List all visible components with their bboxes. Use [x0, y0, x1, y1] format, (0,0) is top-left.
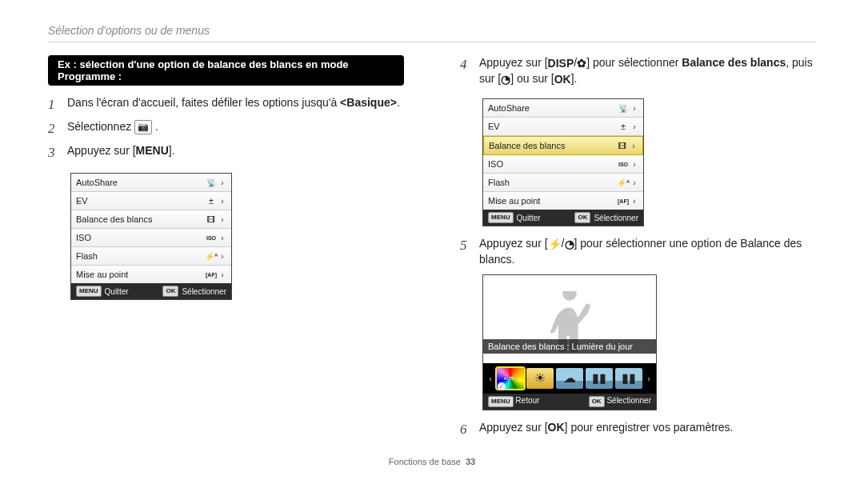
chevron-right-icon: ›: [218, 215, 226, 224]
chevron-right-icon: ›: [218, 270, 226, 279]
footer-back-hint: MENU Retour: [488, 396, 539, 407]
white-balance-icon: 🎞: [615, 142, 630, 150]
two-column-layout: Ex : sélection d'une option de balance d…: [48, 55, 816, 444]
footer-select-hint: OK Sélectionner: [589, 396, 651, 407]
self-timer-icon: ◔: [501, 72, 510, 88]
text: Sélectionnez: [67, 120, 134, 133]
step-4: 4 Appuyez sur [DISP/✿] pour sélectionner…: [460, 55, 816, 87]
menu-item-iso: ISO ISO ›: [71, 229, 231, 247]
preview-area: Balance des blancs : Lumière du jour: [483, 275, 656, 363]
page-footer: Fonctions de base 33: [48, 457, 816, 466]
menu-item-ev: EV ± ›: [71, 192, 231, 210]
ok-key-token: OK: [574, 212, 590, 223]
mode-photo-icon: 📷: [134, 120, 152, 134]
step-text: Appuyez sur [MENU].: [67, 143, 404, 159]
wifi-icon: 📡: [616, 104, 630, 113]
menu-item-label: Balance des blancs: [76, 214, 204, 224]
step-text: Appuyez sur [DISP/✿] pour sélectionner B…: [479, 55, 816, 87]
footer-select-label: Sélectionner: [606, 396, 651, 405]
menu-key-label: MENU: [136, 143, 169, 159]
text: Appuyez sur [: [479, 237, 548, 250]
text: .: [397, 96, 400, 109]
menu-item-label: ISO: [76, 233, 204, 242]
page-title: Sélection d'options ou de menus: [48, 24, 816, 42]
step-5: 5 Appuyez sur [⚡/◔] pour sélectionner un…: [460, 236, 816, 268]
chevron-right-icon: ›: [630, 104, 638, 113]
example-title: Ex : sélection d'une option de balance d…: [48, 55, 404, 86]
ok-key-token: OK: [589, 396, 605, 407]
footer-quit-hint: MENU Quitter: [488, 212, 541, 223]
step-text: Appuyez sur [⚡/◔] pour sélectionner une …: [479, 236, 816, 268]
af-icon: [AF]: [616, 198, 630, 204]
menu-item-autoshare: AutoShare 📡 ›: [483, 99, 643, 118]
chevron-right-icon: ›: [645, 374, 653, 383]
step-3: 3 Appuyez sur [MENU].: [48, 143, 404, 162]
chevron-right-icon: ›: [218, 234, 226, 242]
step-number: 6: [460, 420, 473, 439]
chevron-right-icon: ›: [630, 178, 638, 187]
menu-item-label: EV: [488, 122, 616, 131]
text: ].: [169, 144, 175, 157]
step-number: 1: [48, 95, 61, 114]
text: Appuyez sur [: [67, 144, 136, 157]
text: Appuyez sur [: [479, 421, 548, 434]
step-text: Appuyez sur [OK] pour enregistrer vos pa…: [479, 420, 816, 436]
af-icon: [AF]: [204, 272, 218, 278]
wb-option-daylight: ☀: [526, 368, 554, 389]
step-text: Dans l'écran d'accueil, faites défiler l…: [67, 95, 404, 111]
step-text: Sélectionnez 📷 .: [67, 119, 404, 135]
disp-key-label: DISP: [548, 56, 574, 72]
menu-item-focus: Mise au point [AF] ›: [483, 192, 643, 210]
step-number: 3: [48, 143, 61, 162]
menu-item-label: AutoShare: [488, 103, 616, 113]
wb-option-fluorescent-1: ▮▮: [586, 368, 613, 389]
text: Dans l'écran d'accueil, faites défiler l…: [67, 96, 340, 109]
menu-item-label: Mise au point: [488, 196, 616, 206]
chevron-right-icon: ›: [630, 197, 638, 206]
menu-item-label: Flash: [488, 178, 616, 187]
viewer-footer-bar: MENU Retour OK Sélectionner: [483, 394, 656, 410]
text: ] pour enregistrer vos paramètres.: [565, 421, 734, 434]
white-balance-icon: 🎞: [204, 215, 218, 224]
flash-icon: ⚡ᴬ: [204, 252, 218, 261]
step-1: 1 Dans l'écran d'accueil, faites défiler…: [48, 95, 404, 114]
footer-page-number: 33: [466, 457, 475, 466]
menu-key-token: MENU: [76, 286, 102, 297]
wb-option-cloudy: ☁: [556, 368, 583, 389]
macro-flower-icon: ✿: [577, 56, 586, 72]
wb-preview-panel: Balance des blancs : Lumière du jour ‹ A…: [482, 274, 657, 410]
menu-item-label: ISO: [488, 159, 616, 169]
chevron-right-icon: ›: [218, 197, 226, 206]
camera-menu-screenshot-1: AutoShare 📡 › EV ± › Balance des blancs …: [48, 166, 232, 310]
menu-item-white-balance-selected: Balance des blancs 🎞 ›: [483, 136, 643, 155]
text: .: [155, 120, 158, 133]
iso-icon: ISO: [204, 235, 218, 241]
camera-menu-screenshot-2: AutoShare 📡 › EV ± › Balance des blancs …: [460, 92, 644, 236]
footer-back-label: Retour: [515, 396, 539, 405]
footer-select-hint: OK Sélectionner: [574, 212, 638, 223]
ok-key-label: OK: [554, 72, 571, 88]
iso-icon: ISO: [616, 162, 630, 167]
text: ] ou sur [: [510, 72, 554, 85]
exposure-icon: ±: [616, 122, 630, 131]
step-6: 6 Appuyez sur [OK] pour enregistrer vos …: [460, 420, 816, 439]
wb-option-fluorescent-2: ▮▮: [615, 368, 642, 389]
self-timer-icon: ◔: [565, 237, 574, 253]
menu-item-flash: Flash ⚡ᴬ ›: [483, 174, 643, 192]
manual-page: Sélection d'options ou de menus Ex : sél…: [0, 0, 864, 474]
chevron-right-icon: ›: [630, 122, 638, 131]
menu-item-ev: EV ± ›: [483, 118, 643, 136]
footer-select-label: Sélectionner: [594, 214, 638, 222]
wb-thumbnail-strip: ‹ AUTO ☀ ☁ ▮▮ ▮▮ ›: [483, 363, 656, 394]
menu-item-label: Flash: [76, 251, 204, 261]
menu-item-label: AutoShare: [76, 178, 204, 187]
menu-item-iso: ISO ISO ›: [483, 155, 643, 174]
text: ].: [571, 72, 578, 85]
chevron-left-icon: ‹: [486, 374, 494, 383]
menu-key-token: MENU: [488, 396, 514, 407]
footer-quit-label: Quitter: [105, 287, 129, 296]
footer-section-label: Fonctions de base: [389, 457, 461, 466]
exposure-icon: ±: [204, 197, 218, 206]
wb-caption: Balance des blancs : Lumière du jour: [483, 339, 656, 354]
footer-select-hint: OK Sélectionner: [162, 286, 226, 297]
